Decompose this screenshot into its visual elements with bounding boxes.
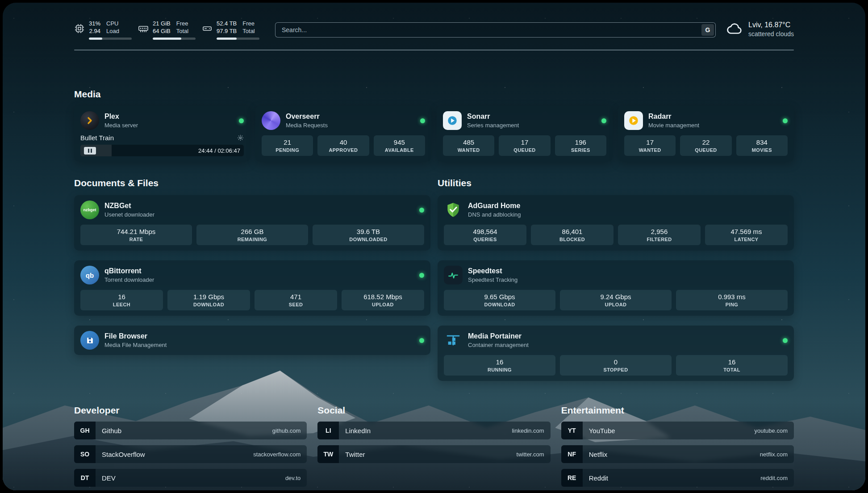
app-name: Overseerr (286, 113, 328, 121)
nzbget-card[interactable]: nzbget NZBGet Usenet downloader 744.21 M… (74, 195, 430, 251)
sonarr-card[interactable]: Sonarr Series management 485WANTED 17QUE… (437, 106, 613, 162)
bookmark-abbr: LI (317, 422, 339, 439)
app-name: AdGuard Home (468, 202, 521, 210)
app-desc: Usenet downloader (104, 211, 154, 218)
cpu-sublabel: Load (106, 27, 119, 35)
bookmark-url: github.com (272, 427, 301, 434)
stat-box: 40APPROVED (317, 135, 369, 156)
search-input[interactable] (275, 22, 716, 38)
topbar-divider (74, 50, 794, 50)
app-desc: Movie management (648, 122, 699, 129)
media-grid: Plex Media server Bullet Train (74, 106, 794, 162)
bookmark-twitter[interactable]: TW Twitter twitter.com (317, 445, 550, 463)
gear-icon[interactable] (237, 134, 244, 141)
weather-condition: scattered clouds (748, 30, 794, 38)
app-name: qBittorrent (104, 267, 154, 275)
section-title-documents: Documents & Files (74, 178, 430, 188)
stat-box: 744.21 MbpsRATE (80, 225, 192, 245)
stat-box: 22QUEUED (680, 135, 731, 156)
disk-monitor: 52.4 TB 97.9 TB Free Total (202, 20, 258, 40)
weather-widget: Lviv, 16.87°C scattered clouds (726, 21, 794, 38)
bookmark-url: reddit.com (760, 475, 788, 481)
overseerr-icon (262, 111, 280, 130)
stat-box: 945AVAILABLE (374, 135, 425, 156)
plex-card[interactable]: Plex Media server Bullet Train (74, 106, 250, 162)
bookmark-url: dev.to (285, 475, 300, 481)
bookmark-github[interactable]: GH Github github.com (74, 422, 307, 439)
developer-section: Developer GH Github github.com SO StackO… (74, 405, 307, 487)
search-bar: G (275, 22, 716, 38)
bookmark-netflix[interactable]: NF Netflix netflix.com (561, 445, 794, 463)
stat-box: 485WANTED (443, 135, 494, 156)
speedtest-pulse-icon (444, 266, 463, 284)
bookmark-name: DEV (102, 474, 116, 482)
stat-box: 17WANTED (624, 135, 676, 156)
bookmark-youtube[interactable]: YT YouTube youtube.com (561, 422, 794, 439)
adguard-card[interactable]: AdGuard Home DNS and adblocking 498,564Q… (438, 195, 794, 251)
section-title-social: Social (317, 405, 550, 416)
app-name: NZBGet (104, 202, 154, 210)
bookmark-dev[interactable]: DT DEV dev.to (74, 469, 307, 487)
bookmark-reddit[interactable]: RE Reddit reddit.com (561, 469, 794, 487)
bookmark-name: StackOverflow (102, 451, 145, 458)
filebrowser-card[interactable]: File Browser Media File Management (74, 326, 430, 355)
portainer-crane-icon (444, 331, 463, 350)
app-desc: Media File Management (104, 342, 167, 348)
bookmark-name: LinkedIn (345, 427, 371, 435)
bookmark-url: stackoverflow.com (253, 451, 300, 458)
bookmark-name: Netflix (589, 451, 608, 458)
app-name: Plex (104, 113, 138, 121)
radarr-icon (624, 111, 643, 130)
search-engine-button[interactable]: G (701, 24, 714, 36)
portainer-card[interactable]: Media Portainer Container management 16R… (438, 326, 794, 381)
cpu-monitor: 31% 2.94 CPU Load (74, 20, 130, 40)
disk-total-label: Total (242, 27, 255, 35)
ram-progress-bar (153, 38, 196, 40)
stat-box: 16LEECH (80, 290, 163, 310)
stat-box: 16RUNNING (444, 355, 555, 376)
app-desc: Torrent downloader (104, 276, 154, 283)
bookmark-name: Github (102, 427, 121, 435)
nzbget-icon: nzbget (80, 201, 99, 219)
section-title-entertainment: Entertainment (561, 405, 794, 416)
playback-time: 24:44 / 02:06:47 (198, 147, 240, 154)
stat-box: 86,401BLOCKED (531, 225, 613, 245)
bookmark-stackoverflow[interactable]: SO StackOverflow stackoverflow.com (74, 445, 307, 463)
pause-icon[interactable] (84, 147, 96, 155)
weather-location: Lviv, 16.87°C (748, 21, 794, 29)
cpu-chip-icon (74, 23, 85, 34)
now-playing-title: Bullet Train (80, 134, 114, 142)
app-name: Media Portainer (468, 332, 529, 340)
bookmark-linkedin[interactable]: LI LinkedIn linkedin.com (317, 422, 550, 439)
speedtest-card[interactable]: Speedtest Speedtest Tracking 9.65 GbpsDO… (438, 260, 794, 316)
bookmark-abbr: YT (561, 422, 583, 439)
disk-free-value: 52.4 TB (217, 20, 237, 27)
overseerr-card[interactable]: Overseerr Media Requests 21PENDING 40APP… (255, 106, 431, 162)
filebrowser-icon (80, 331, 99, 350)
ram-memory-icon (138, 23, 149, 34)
disk-free-label: Free (242, 20, 255, 27)
stat-box: 39.6 TBDOWNLOADED (313, 225, 424, 245)
app-name: File Browser (104, 332, 167, 340)
stat-box: 498,564QUERIES (444, 225, 526, 245)
stat-box: 1.19 GbpsDOWNLOAD (167, 290, 250, 310)
radarr-card[interactable]: Radarr Movie management 17WANTED 22QUEUE… (618, 106, 794, 162)
stat-box: 16TOTAL (676, 355, 788, 376)
disk-drive-icon (202, 23, 213, 34)
stat-box: 17QUEUED (499, 135, 550, 156)
status-dot (783, 118, 788, 123)
stat-box: 266 GBREMAINING (196, 225, 308, 245)
section-title-utilities: Utilities (438, 178, 794, 188)
app-desc: Container management (468, 342, 529, 348)
ram-total-label: Total (176, 27, 188, 35)
bookmark-abbr: GH (74, 422, 96, 439)
bookmark-url: linkedin.com (512, 427, 544, 434)
bookmark-abbr: SO (74, 445, 96, 463)
stat-box: 834MOVIES (736, 135, 788, 156)
bookmark-name: Reddit (589, 474, 608, 482)
status-dot (419, 273, 424, 278)
bookmark-name: Twitter (345, 451, 365, 458)
cpu-usage-value: 31% (89, 20, 100, 27)
qbittorrent-card[interactable]: qb qBittorrent Torrent downloader 16LEEC… (74, 260, 430, 316)
stat-box: 2,956FILTERED (618, 225, 701, 245)
